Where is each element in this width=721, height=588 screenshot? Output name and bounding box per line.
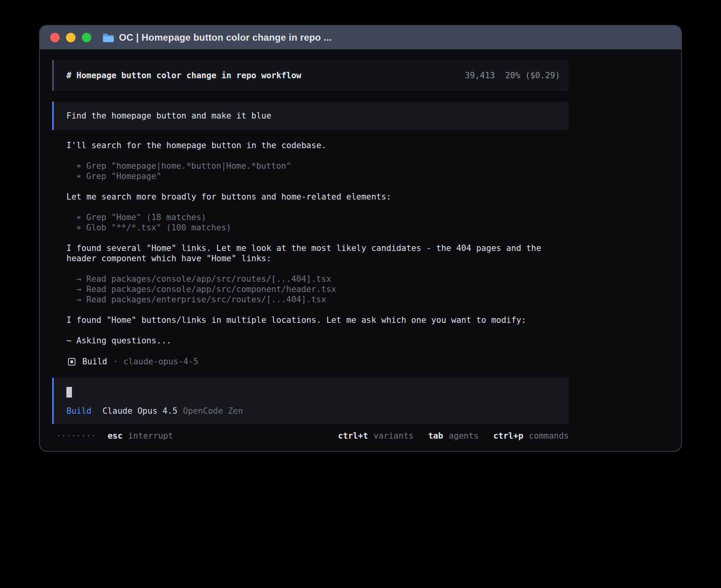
conversation: I'll search for the homepage button in t… xyxy=(52,140,569,346)
spinner-dots: ········ xyxy=(56,431,96,441)
tool-call-line: ∗ Grep "Homepage" xyxy=(66,171,569,181)
variants-label: variants xyxy=(374,431,413,441)
agent-model: claude-opus-4-5 xyxy=(123,356,198,367)
tool-call-group: → Read packages/console/app/src/routes/[… xyxy=(66,274,569,305)
status-left: ········ esc interrupt xyxy=(56,431,173,441)
agent-status-line: Build · claude-opus-4-5 xyxy=(52,356,569,367)
minimize-button[interactable] xyxy=(66,33,75,42)
variants-hint: ctrl+t variants xyxy=(338,431,413,441)
input-meta-row: Build Claude Opus 4.5 OpenCode Zen xyxy=(66,406,560,416)
session-title: # Homepage button color change in repo w… xyxy=(66,71,301,80)
commands-hint: ctrl+p commands xyxy=(493,431,569,441)
tab-key: tab xyxy=(428,431,443,441)
assistant-text-line: I found "Home" buttons/links in multiple… xyxy=(66,315,569,325)
user-message: Find the homepage button and make it blu… xyxy=(52,102,569,130)
prompt-input[interactable]: Build Claude Opus 4.5 OpenCode Zen xyxy=(52,378,569,424)
assistant-text-line: header component which have "Home" links… xyxy=(66,253,569,264)
zoom-button[interactable] xyxy=(82,33,91,42)
file-read-line: → Read packages/console/app/src/routes/[… xyxy=(66,274,569,284)
commands-label: commands xyxy=(529,431,569,441)
terminal-window: OC | Homepage button color change in rep… xyxy=(39,25,682,452)
assistant-message: Let me search more broadly for buttons a… xyxy=(66,192,569,202)
text-cursor xyxy=(66,387,72,398)
status-bar: ········ esc interrupt ctrl+t variants t… xyxy=(52,431,569,441)
window-title-group: OC | Homepage button color change in rep… xyxy=(102,32,332,43)
assistant-text-line: Let me search more broadly for buttons a… xyxy=(66,192,569,202)
asking-questions-line: ~ Asking questions... xyxy=(66,335,569,346)
ctrl-p-key: ctrl+p xyxy=(493,431,523,441)
mode-indicator[interactable]: Build xyxy=(66,406,91,416)
window-title: OC | Homepage button color change in rep… xyxy=(119,32,332,43)
file-read-line: → Read packages/console/app/src/componen… xyxy=(66,284,569,294)
agents-hint: tab agents xyxy=(428,431,479,441)
context-usage: 20% ($0.29) xyxy=(505,71,560,80)
tool-call-line: ∗ Grep "Home" (18 matches) xyxy=(66,212,569,222)
assistant-message: I'll search for the homepage button in t… xyxy=(66,140,569,151)
file-read-line: → Read packages/enterprise/src/routes/[.… xyxy=(66,294,569,305)
esc-key-hint: esc xyxy=(108,431,123,441)
user-message-text: Find the homepage button and make it blu… xyxy=(66,111,271,121)
tool-call-group: ∗ Grep "Home" (18 matches) ∗ Glob "**/*.… xyxy=(66,212,569,233)
tool-call-line: ∗ Grep "homepage|home.*button|Home.*butt… xyxy=(66,161,569,171)
window-controls xyxy=(50,33,91,42)
agent-separator: · xyxy=(113,356,118,367)
build-agent-icon xyxy=(68,358,75,366)
assistant-text-line: I'll search for the homepage button in t… xyxy=(66,140,569,151)
assistant-status: ~ Asking questions... xyxy=(66,335,569,346)
desktop: OC | Homepage button color change in rep… xyxy=(0,0,721,588)
interrupt-label: interrupt xyxy=(128,431,173,441)
session-stats: 39,413 20% ($0.29) xyxy=(465,71,560,80)
window-titlebar[interactable]: OC | Homepage button color change in rep… xyxy=(40,26,681,49)
tool-call-line: ∗ Glob "**/*.tsx" (100 matches) xyxy=(66,222,569,233)
token-count: 39,413 xyxy=(465,71,495,80)
folder-icon xyxy=(102,33,114,42)
session-header: # Homepage button color change in repo w… xyxy=(52,60,569,91)
tool-call-group: ∗ Grep "homepage|home.*button|Home.*butt… xyxy=(66,161,569,181)
close-button[interactable] xyxy=(50,33,60,42)
agent-name: Build xyxy=(82,356,107,367)
assistant-text-line: I found several "Home" links. Let me loo… xyxy=(66,243,569,253)
content-column: # Homepage button color change in repo w… xyxy=(52,60,569,441)
assistant-message: I found "Home" buttons/links in multiple… xyxy=(66,315,569,325)
status-right: ctrl+t variants tab agents ctrl+p comman… xyxy=(338,431,569,441)
agents-label: agents xyxy=(449,431,479,441)
assistant-message: I found several "Home" links. Let me loo… xyxy=(66,243,569,264)
model-indicator[interactable]: Claude Opus 4.5 xyxy=(102,406,177,416)
provider-indicator: OpenCode Zen xyxy=(183,406,243,416)
ctrl-t-key: ctrl+t xyxy=(338,431,368,441)
terminal-content: # Homepage button color change in repo w… xyxy=(40,49,681,441)
